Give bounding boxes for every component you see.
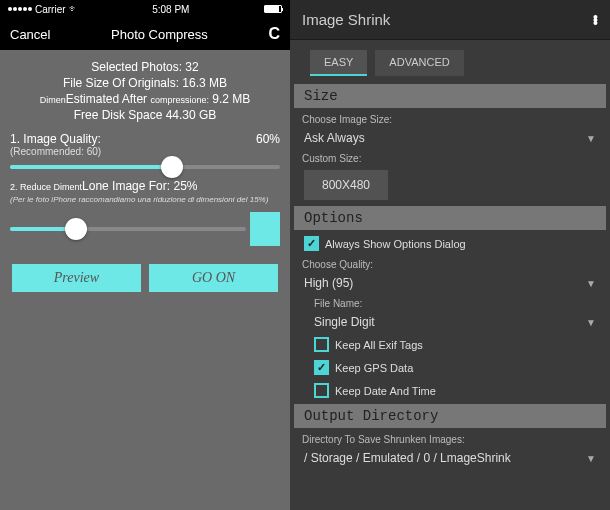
battery-icon	[264, 5, 282, 13]
tab-bar: EASY ADVANCED	[290, 40, 610, 82]
chevron-down-icon: ▼	[586, 317, 596, 328]
quality-value: 60%	[256, 132, 280, 146]
preview-button[interactable]: Preview	[12, 264, 141, 292]
quality-label: 1. Image Quality: 60%	[10, 132, 280, 146]
overflow-menu-icon[interactable]: •••	[593, 15, 598, 24]
dimension-label: 2. Reduce DimentLone Image For: 25%	[10, 179, 280, 193]
choose-size-label: Choose Image Size:	[294, 110, 606, 127]
go-on-button[interactable]: GO ON	[149, 264, 278, 292]
keep-exif-checkbox[interactable]: Keep All Exif Tags	[294, 333, 606, 356]
quality-recommended: (Recommended: 60)	[10, 146, 280, 157]
check-icon: ✓	[307, 237, 316, 250]
keep-date-checkbox[interactable]: Keep Date And Time	[294, 379, 606, 402]
color-preview	[250, 212, 280, 246]
estimated-size: DimenEstimated After compressione: 9.2 M…	[10, 92, 280, 106]
app-title: Image Shrink	[302, 11, 390, 28]
quality-label: Choose Quality:	[294, 255, 606, 272]
image-shrink-app: Image Shrink ••• EASY ADVANCED Size Choo…	[290, 0, 610, 510]
check-icon: ✓	[317, 361, 326, 374]
photo-compress-app: Carrier ᯤ 5:08 PM Cancel Photo Compress …	[0, 0, 290, 510]
nav-bar: Cancel Photo Compress C	[0, 18, 290, 50]
page-title: Photo Compress	[50, 27, 268, 42]
quality-slider[interactable]	[10, 165, 280, 169]
filename-label: File Name:	[294, 294, 606, 311]
custom-size-label: Custom Size:	[294, 149, 606, 166]
dimension-value: 25%	[173, 179, 197, 193]
quality-dropdown[interactable]: High (95) ▼	[294, 272, 606, 294]
chevron-down-icon: ▼	[586, 453, 596, 464]
directory-dropdown[interactable]: / Storage / Emulated / 0 / LmageShrink ▼	[294, 447, 606, 469]
tab-easy[interactable]: EASY	[310, 50, 367, 76]
dimension-slider[interactable]	[10, 227, 246, 231]
ios-status-bar: Carrier ᯤ 5:08 PM	[0, 0, 290, 18]
always-show-checkbox[interactable]: ✓ Always Show Options Dialog	[294, 232, 606, 255]
directory-label: Directory To Save Shrunken Images:	[294, 430, 606, 447]
original-size: File Size Of Originals: 16.3 MB	[10, 76, 280, 90]
dimension-note: (Per le foto iPhone raccomandiamo una ri…	[10, 195, 280, 204]
app-header: Image Shrink •••	[290, 0, 610, 40]
clock: 5:08 PM	[152, 4, 189, 15]
signal-icon	[8, 7, 32, 11]
chevron-down-icon: ▼	[586, 133, 596, 144]
section-output: Output Directory	[294, 404, 606, 428]
free-space: Free Disk Space 44.30 GB	[10, 108, 280, 122]
choose-size-dropdown[interactable]: Ask Always ▼	[294, 127, 606, 149]
cancel-button[interactable]: Cancel	[10, 27, 50, 42]
section-size: Size	[294, 84, 606, 108]
carrier-label: Carrier	[35, 4, 66, 15]
action-button[interactable]: C	[268, 25, 280, 43]
custom-size-button[interactable]: 800X480	[304, 170, 388, 200]
section-options: Options	[294, 206, 606, 230]
filename-dropdown[interactable]: Single Digit ▼	[294, 311, 606, 333]
selected-count: Selected Photos: 32	[10, 60, 280, 74]
wifi-icon: ᯤ	[69, 4, 78, 14]
keep-gps-checkbox[interactable]: ✓ Keep GPS Data	[294, 356, 606, 379]
chevron-down-icon: ▼	[586, 278, 596, 289]
tab-advanced[interactable]: ADVANCED	[375, 50, 463, 76]
